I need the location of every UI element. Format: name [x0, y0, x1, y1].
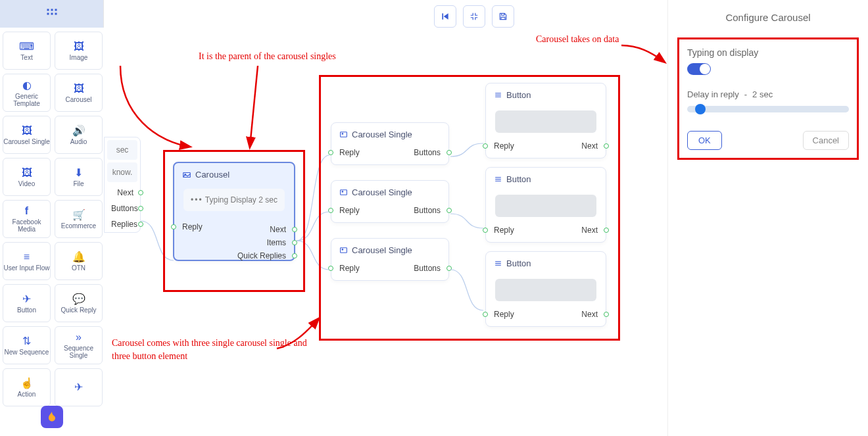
delay-slider[interactable] [687, 106, 849, 112]
palette-label: Carousel Single [3, 138, 50, 145]
palette-label: OTN [72, 264, 85, 272]
flow-canvas[interactable]: sec know. Next Buttons Replies Carousel … [104, 0, 667, 436]
port-reply[interactable]: Reply [331, 204, 368, 217]
palette-item-carousel[interactable]: 🖼Carousel [55, 74, 103, 112]
button-node[interactable]: Button Reply Next [485, 167, 606, 243]
port-plug[interactable] [483, 228, 488, 233]
rewind-button[interactable] [434, 5, 456, 28]
button-node[interactable]: Button Reply Next [485, 83, 606, 158]
port-plug[interactable] [446, 150, 452, 155]
port-plug[interactable] [138, 206, 143, 211]
canvas-toolbar [434, 5, 514, 28]
palette-item-text[interactable]: ⌨Text [3, 32, 51, 70]
port-buttons[interactable]: Buttons [406, 262, 448, 275]
port-plug[interactable] [483, 312, 488, 317]
wire [297, 155, 336, 247]
rewind-icon [441, 12, 450, 21]
save-button[interactable] [492, 5, 514, 28]
palette-label: Button [17, 306, 36, 314]
svg-point-10 [342, 133, 343, 135]
palette-item-action[interactable]: ☝Action [3, 368, 51, 406]
palette-item-file[interactable]: ⬇File [55, 158, 103, 196]
palette-item-new-sequence[interactable]: ⇅New Sequence [3, 326, 51, 364]
carousel-node[interactable]: Carousel ••• Typing Display 2 sec Next I… [173, 162, 295, 261]
port-reply[interactable]: Reply [331, 262, 368, 275]
port-plug[interactable] [138, 222, 143, 227]
port-reply[interactable]: Reply [174, 220, 294, 233]
port-reply[interactable]: Reply [486, 308, 522, 321]
port-plug[interactable] [328, 266, 333, 271]
sidebar-toggle-bar[interactable] [0, 0, 104, 28]
port-reply[interactable]: Reply [486, 139, 522, 153]
port-next[interactable]: Next [573, 224, 606, 237]
typing-chip: ••• Typing Display 2 sec [183, 189, 285, 211]
palette-item-image[interactable]: 🖼Image [55, 32, 103, 70]
palette-item-ecommerce[interactable]: 🛒Ecommerce [55, 200, 103, 238]
port-next[interactable]: Next [573, 308, 606, 321]
carousel-icon: 🖼 [74, 83, 84, 95]
palette-label: Action [18, 391, 36, 398]
port-plug[interactable] [446, 266, 452, 271]
cancel-button[interactable]: Cancel [803, 131, 849, 150]
button-node[interactable]: Button Reply Next [485, 251, 606, 327]
carousel-single-node[interactable]: Carousel Single Reply Buttons [331, 180, 449, 223]
port-quick-replies[interactable]: Quick Replies [174, 249, 294, 262]
palette-item-video[interactable]: 🖼Video [3, 158, 51, 196]
app-badge[interactable] [41, 406, 63, 428]
palette: ⌨Text 🖼Image ◐Generic Template 🖼Carousel… [3, 32, 103, 406]
palette-item-sequence-single[interactable]: »Sequence Single [55, 326, 103, 364]
port-label: Next [581, 226, 598, 235]
port-label: Buttons [414, 148, 441, 157]
compress-button[interactable] [463, 5, 485, 28]
sort-icon: ⇅ [22, 335, 31, 347]
port-items[interactable]: Items [174, 236, 294, 249]
port-plug[interactable] [604, 143, 609, 149]
partial-node[interactable]: sec know. Next Buttons Replies [104, 137, 141, 233]
slider-thumb[interactable] [695, 104, 706, 114]
port-plug[interactable] [328, 208, 333, 213]
node-header: Carousel Single [331, 239, 448, 262]
port-label: Reply [182, 222, 203, 231]
file-icon: ⬇ [74, 166, 83, 179]
port-plug[interactable] [292, 240, 297, 245]
typing-toggle[interactable] [687, 63, 711, 75]
port-reply[interactable]: Reply [486, 224, 522, 237]
grid-icon [46, 8, 58, 20]
placeholder [495, 195, 596, 217]
port-next[interactable]: Next [105, 185, 140, 201]
port-buttons[interactable]: Buttons [105, 201, 140, 216]
palette-item-quick-reply[interactable]: 💬Quick Reply [55, 284, 103, 322]
port-buttons[interactable]: Buttons [406, 146, 448, 159]
port-buttons[interactable]: Buttons [406, 204, 448, 217]
port-plug[interactable] [138, 190, 143, 195]
palette-item-generic-template[interactable]: ◐Generic Template [3, 74, 51, 112]
port-plug[interactable] [604, 228, 609, 233]
svg-rect-3 [47, 13, 49, 15]
palette-item-button[interactable]: ✈Button [3, 284, 51, 322]
port-plug[interactable] [328, 150, 333, 155]
ok-button[interactable]: OK [687, 131, 722, 150]
typing-label: Typing on display [687, 47, 849, 58]
port-next[interactable]: Next [573, 139, 606, 153]
port-plug[interactable] [604, 312, 609, 317]
port-reply[interactable]: Reply [331, 146, 368, 159]
port-plug[interactable] [171, 224, 176, 230]
port-plug[interactable] [483, 143, 488, 149]
palette-item-facebook-media[interactable]: fFacebook Media [3, 200, 51, 238]
port-label: Buttons [414, 206, 441, 215]
palette-item-otn[interactable]: 🔔OTN [55, 242, 103, 280]
image-icon [339, 246, 348, 254]
port-plug[interactable] [292, 253, 297, 258]
node-header: Carousel Single [331, 181, 448, 204]
palette-item-user-input-flow[interactable]: ≡User Input Flow [3, 242, 51, 280]
input-flow-icon: ≡ [24, 251, 30, 263]
port-replies[interactable]: Replies [105, 216, 140, 232]
toggle-knob [700, 64, 710, 74]
carousel-single-node[interactable]: Carousel Single Reply Buttons [331, 238, 449, 281]
palette-item-carousel-single[interactable]: 🖼Carousel Single [3, 116, 51, 154]
palette-item-plane[interactable]: ✈ [55, 368, 103, 406]
svg-rect-5 [55, 13, 57, 15]
palette-item-audio[interactable]: 🔊Audio [55, 116, 103, 154]
port-plug[interactable] [446, 208, 452, 213]
carousel-single-node[interactable]: Carousel Single Reply Buttons [331, 122, 449, 165]
